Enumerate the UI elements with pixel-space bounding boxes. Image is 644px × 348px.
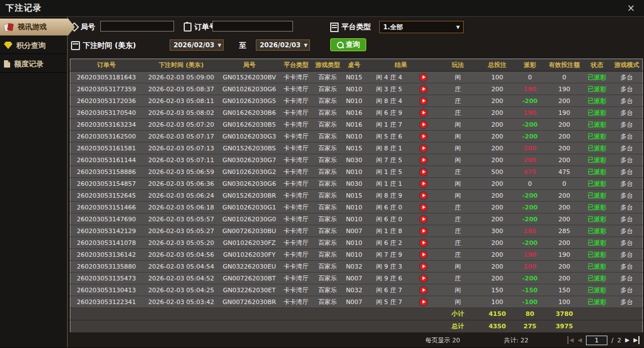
cell-play-icon[interactable] bbox=[412, 154, 436, 166]
cell-order-no: 260203053172036 bbox=[70, 95, 143, 107]
cell-platform: 卡卡湾厅 bbox=[279, 142, 314, 154]
cell-play-icon[interactable] bbox=[412, 166, 436, 178]
cell-table-no: N030 bbox=[342, 178, 367, 190]
cell-total-stake: 200 bbox=[481, 249, 514, 261]
cell-total-stake: 200 bbox=[481, 273, 514, 284]
cell-payout: 200 bbox=[514, 142, 546, 154]
cell-order-no: 260203053147690 bbox=[70, 213, 143, 225]
play-icon[interactable] bbox=[420, 145, 427, 152]
cell-play-icon[interactable] bbox=[412, 284, 436, 296]
cell-play-icon[interactable] bbox=[412, 237, 436, 249]
cell-payout: 190 bbox=[514, 107, 546, 119]
cell-play-icon[interactable] bbox=[412, 72, 436, 83]
cell-play-icon[interactable] bbox=[412, 95, 436, 107]
play-icon[interactable] bbox=[420, 97, 427, 105]
play-icon[interactable] bbox=[420, 180, 427, 188]
page-number-input[interactable] bbox=[586, 336, 607, 345]
close-icon[interactable]: × bbox=[627, 3, 635, 13]
round-number-input[interactable] bbox=[100, 21, 174, 32]
play-icon[interactable] bbox=[420, 157, 427, 164]
play-icon[interactable] bbox=[420, 216, 427, 223]
cell-play-icon[interactable] bbox=[412, 202, 436, 213]
cell-game-mode: 多台 bbox=[611, 95, 643, 107]
cell-table-no: N007 bbox=[342, 273, 367, 284]
sidebar-item-1[interactable]: 积分查询 bbox=[0, 37, 67, 54]
play-icon[interactable] bbox=[420, 275, 427, 282]
cell-play-icon[interactable] bbox=[412, 107, 436, 119]
cell-valid-stake: 200 bbox=[546, 142, 583, 154]
play-icon[interactable] bbox=[420, 239, 427, 247]
play-icon[interactable] bbox=[420, 121, 427, 128]
sidebar-item-0[interactable]: 视讯游戏 bbox=[0, 19, 75, 35]
cell-round-no: GN016262030B5 bbox=[220, 119, 279, 131]
filter-panel: 局号 订单号 平台类型 1.全部 ▼ 下注时间 (美东) 2026/02/03 bbox=[68, 17, 644, 59]
cell-play-icon[interactable] bbox=[412, 83, 436, 95]
cell-play-icon[interactable] bbox=[412, 131, 436, 142]
play-icon[interactable] bbox=[420, 204, 427, 211]
cell-bet-time: 2026-02-03 05:05:20 bbox=[143, 237, 220, 249]
cell-play-icon[interactable] bbox=[412, 213, 436, 225]
cell-play-type: 庄 bbox=[436, 166, 481, 178]
total-row: 总计43502753975 bbox=[70, 320, 643, 333]
play-icon[interactable] bbox=[420, 109, 427, 117]
cell-play-type: 庄 bbox=[436, 225, 481, 237]
cell-table-no: N015 bbox=[342, 190, 367, 202]
cell-order-no: 260203053135880 bbox=[70, 261, 143, 273]
play-icon[interactable] bbox=[420, 287, 427, 294]
cell-play-icon[interactable] bbox=[412, 225, 436, 237]
cell-order-no: 260203053162500 bbox=[70, 131, 143, 142]
cell-total-stake: 150 bbox=[481, 284, 514, 296]
cell-table-no: N010 bbox=[342, 237, 367, 249]
cell-play-icon[interactable] bbox=[412, 296, 436, 308]
cell-play-icon[interactable] bbox=[412, 142, 436, 154]
prev-page-icon[interactable]: ◀ bbox=[578, 336, 582, 344]
cell-result: 闲 5 庄 6 bbox=[367, 131, 412, 142]
cell-play-icon[interactable] bbox=[412, 273, 436, 284]
cell-play-type: 闲 bbox=[436, 72, 481, 83]
play-icon[interactable] bbox=[420, 74, 427, 81]
play-icon[interactable] bbox=[420, 192, 427, 199]
per-page-label: 每页显示 20 bbox=[425, 336, 460, 345]
cell-result: 闲 6 庄 7 bbox=[367, 284, 412, 296]
cell-game-mode: 多台 bbox=[611, 190, 643, 202]
order-number-input[interactable] bbox=[212, 21, 293, 32]
column-header-10: 有效投注额 bbox=[546, 59, 583, 72]
sidebar-item-2[interactable]: 额度记录 bbox=[0, 56, 67, 73]
date-from-picker[interactable]: 2026/02/03 ▼ bbox=[170, 39, 224, 51]
cell-result: 闲 7 庄 5 bbox=[367, 154, 412, 166]
cell-valid-stake: 200 bbox=[546, 273, 583, 284]
play-icon[interactable] bbox=[420, 298, 427, 306]
cell-result: 闲 9 庄 6 bbox=[367, 273, 412, 284]
cell-play-type: 庄 bbox=[436, 107, 481, 119]
cell-status: 已派彩 bbox=[583, 202, 611, 213]
cell-status: 已派彩 bbox=[583, 273, 611, 284]
date-to-picker[interactable]: 2026/02/03 ▼ bbox=[256, 39, 310, 51]
cell-payout: 190 bbox=[514, 249, 546, 261]
play-icon[interactable] bbox=[420, 86, 427, 93]
play-icon[interactable] bbox=[420, 251, 427, 258]
play-icon[interactable] bbox=[420, 133, 427, 140]
play-icon[interactable] bbox=[420, 168, 427, 176]
cell-play-type: 闲 bbox=[436, 142, 481, 154]
play-icon[interactable] bbox=[420, 263, 427, 270]
platform-type-select[interactable]: 1.全部 ▼ bbox=[379, 21, 464, 33]
cell-play-icon[interactable] bbox=[412, 261, 436, 273]
cell-play-icon[interactable] bbox=[412, 178, 436, 190]
cell-valid-stake: 190 bbox=[546, 83, 583, 95]
next-page-icon[interactable]: ▶ bbox=[625, 336, 630, 344]
cell-total-stake: 100 bbox=[481, 296, 514, 308]
cell-valid-stake: 200 bbox=[546, 154, 583, 166]
empty-cell bbox=[70, 320, 143, 333]
last-page-icon[interactable]: ▶ bbox=[633, 336, 639, 344]
cell-play-icon[interactable] bbox=[412, 249, 436, 261]
first-page-icon[interactable]: ◀ bbox=[567, 336, 574, 344]
cell-valid-stake: 190 bbox=[546, 107, 583, 119]
cell-play-icon[interactable] bbox=[412, 190, 436, 202]
search-button[interactable]: 查询 bbox=[330, 38, 366, 51]
play-icon[interactable] bbox=[420, 227, 427, 235]
cell-table-no: N016 bbox=[342, 119, 367, 131]
cell-play-icon[interactable] bbox=[412, 119, 436, 131]
cell-valid-stake: 200 bbox=[546, 261, 583, 273]
cell-payout: -200 bbox=[514, 190, 546, 202]
empty-cell bbox=[583, 308, 611, 320]
